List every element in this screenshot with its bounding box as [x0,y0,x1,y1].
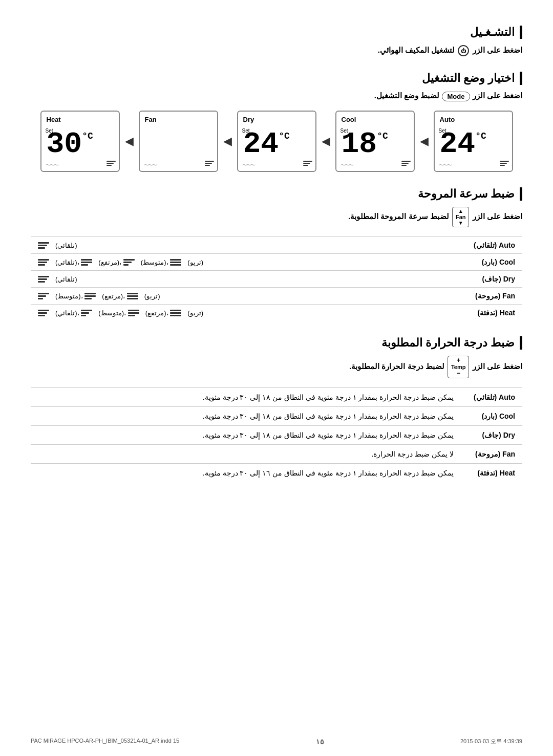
fan-mode-dry: Dry (جاف) [461,270,522,287]
panel-set-auto: Set [439,128,446,134]
temp-row-cool: يمكن ضبط درجة الحرارة بمقدار ١ درجة مئوي… [31,407,522,426]
panel-num-dry: 24 [243,129,279,159]
temp-mode-fan: Fan (مروحة) [461,445,522,464]
fan-mode-auto: Auto (تلقائي) [461,236,522,253]
temp-control-table: يمكن ضبط درجة الحرارة بمقدار ١ درجة مئوي… [31,387,522,482]
bar2 [205,163,212,164]
panel-num-heat: 30 [47,129,82,159]
fan-fan-high: (مرتفع)، [102,292,125,300]
section1-desc: اضغط على الزر ⏻ لتشغيل المكيف الهوائي. [31,45,522,56]
page: التشـغـيل اضغط على الزر ⏻ لتشغيل المكيف … [0,0,553,756]
ac-panels-row: Heat Set 30 °C ◀ Fan [31,111,522,172]
bar2 [107,163,114,164]
fan-dry-label: (تلقائي) [55,275,77,283]
temp-row-fan: لا يمكن ضبط درجة الحرارة. Fan (مروحة) [31,445,522,464]
panel-set-dry: Set [242,128,250,134]
fan-row-heat: (تلقائي)، (متوسط)، (مرتفع)، (تريو) Heat … [31,304,522,321]
fan-bars-auto-col: (تلقائي) [31,236,461,253]
section2-title: اختيار وضع التشغيل [422,72,522,85]
speed-auto2 [38,259,49,266]
fan-bars-fan [205,161,214,166]
speed-high [81,259,92,266]
panel-icons-heat [107,161,116,166]
bar3 [500,165,505,166]
bar1 [401,161,411,162]
fan-mode-fan: Fan (مروحة) [461,287,522,304]
bar1 [303,161,312,162]
bar1 [107,161,116,162]
section3-desc: اضغط على الزر ▲ Fan ▼ لضبط سرعة المروحة … [31,207,522,227]
temp-mode-dry: Dry (جاف) [461,426,522,445]
speed-heat-turbo [170,310,181,316]
bar1 [500,161,509,162]
panel-icons-cool [401,161,411,166]
panel-mode-fan: Fan [145,116,212,123]
bar3 [303,165,308,166]
arrow-fan-dry: ◀ [223,135,232,148]
ac-panel-dry: Dry Set 24 °C [237,111,316,172]
panel-set-cool: Set [341,128,348,134]
fan-row-cool: (تلقائي)، (مرتفع)، (متوسط)، (تريو) Cool … [31,253,522,270]
fan-bars-heat [107,161,116,166]
fan-auto-label: (تلقائي) [55,242,77,249]
temp-row-dry: يمكن ضبط درجة الحرارة بمقدار ١ درجة مئوي… [31,426,522,445]
panel-mode-cool: Cool [342,116,409,123]
fan-bars-cool-col: (تلقائي)، (مرتفع)، (متوسط)، (تريو) [31,253,461,270]
section4-desc: اضغط على الزر + Temp − لضبط درجة الحرارة… [31,356,522,378]
temp-plus-icon: + [457,357,460,364]
power-button-icon: ⏻ [458,45,469,56]
fan-fan-turbo: (تريو) [144,292,160,300]
fan-cool-turbo: (تريو) [187,258,203,266]
fan-mode-cool: Cool (بارد) [461,253,522,270]
section4-title: ضبط درجة الحرارة المطلوبة [381,336,522,350]
fan-cool-high: (مرتفع)، [98,258,121,266]
ac-panel-auto: Auto Set 24 °C [434,111,513,172]
panel-temp-heat: 30 °C [47,129,114,159]
fan-mode-heat: Heat (تدفئة) [461,304,522,321]
fan-row-auto: (تلقائي) Auto (تلقائي) [31,236,522,253]
fan-cool-med: (متوسط)، [141,258,168,266]
fan-up-arrow: ▲ [458,208,463,214]
fan-bars-dry [303,161,312,166]
bar3 [401,165,407,166]
fan-heat-med: (متوسط)، [98,309,126,317]
bar2 [303,163,310,164]
fan-btn-label: Fan [456,214,466,220]
fan-row-dry: (تلقائي) Dry (جاف) [31,270,522,287]
panel-unit-dry: °C [279,132,290,141]
bar3 [205,165,210,166]
fan-heat-auto: (تلقائي)، [55,309,79,317]
panel-temp-auto: 24 °C [440,129,507,159]
fan-cool-auto: (تلقائي)، [55,258,79,266]
fan-bars-dry-col: (تلقائي) [31,270,461,287]
fan-bars-cool [401,161,411,166]
panel-mode-auto: Auto [440,116,507,123]
ac-panel-heat: Heat Set 30 °C [40,111,120,172]
fan-row-fan: (متوسط)، (مرتفع)، (تريو) Fan (مروحة) [31,287,522,304]
panel-icons-fan [205,161,214,166]
mode-button-icon: Mode [442,92,471,101]
temp-desc-dry: يمكن ضبط درجة الحرارة بمقدار ١ درجة مئوي… [31,426,461,445]
temp-mode-auto: Auto (تلقائي) [461,388,522,407]
fan-fan-med: (متوسط)، [55,292,83,300]
section2-desc: اضغط على الزر Mode لضبط وضع التشغيل. [31,91,522,101]
arrow-dry-cool: ◀ [322,135,330,148]
fan-bars-heat-col: (تلقائي)، (متوسط)، (مرتفع)، (تريو) [31,304,461,321]
panel-temp-dry: 24 °C [243,129,310,159]
bar2 [500,163,507,164]
speed-fan-turbo [127,293,138,299]
section1-header: التشـغـيل [31,26,522,39]
temp-mode-heat: Heat (تدفئة) [461,464,522,483]
section3-title: ضبط سرعة المروحة [418,187,522,201]
ac-panel-fan: Fan [139,111,218,172]
panel-icons-auto [500,161,509,166]
fan-bars-fan-col: (متوسط)، (مرتفع)، (تريو) [31,287,461,304]
arrow-heat-fan: ◀ [125,135,134,148]
fan-heat-turbo: (تريو) [187,309,203,317]
panel-unit-auto: °C [475,132,486,141]
footer-date: 2015-03-03 오루 4:39:39 [460,738,522,746]
temp-row-auto: يمكن ضبط درجة الحرارة بمقدار ١ درجة مئوي… [31,388,522,407]
speed-heat-auto [38,310,49,316]
temp-desc-auto: يمكن ضبط درجة الحرارة بمقدار ١ درجة مئوي… [31,388,461,407]
panel-mode-dry: Dry [243,116,310,123]
